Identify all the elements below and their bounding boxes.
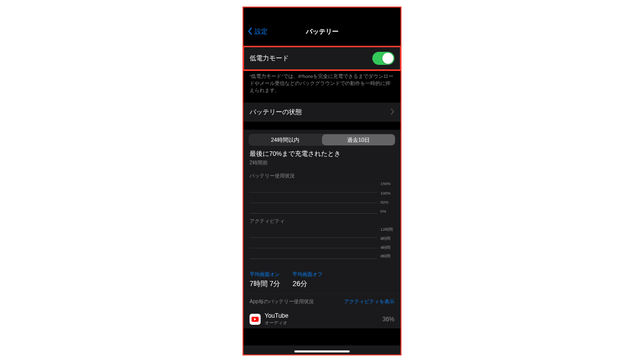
low-power-mode-switch[interactable] xyxy=(372,52,394,65)
per-app-action[interactable]: アクティビティを表示 xyxy=(344,298,394,305)
bottom-fade xyxy=(244,345,400,354)
per-app-header: App毎のバッテリー使用状況 アクティビティを表示 xyxy=(244,294,400,309)
avg-screen-off-value: 26分 xyxy=(292,280,323,289)
last-charge-block: 最後に70%まで充電されたとき 2時間前 xyxy=(244,146,400,169)
status-bar-gap xyxy=(244,8,400,25)
battery-usage-yticks: 150% 100% 50% 0% xyxy=(377,182,394,214)
segment-10d[interactable]: 過去10日 xyxy=(322,134,395,145)
activity-label: アクティビティ xyxy=(250,218,394,225)
phone-frame: 設定 バッテリー 低電力モード "低電力モード"では、iPhoneを完全に充電で… xyxy=(243,7,401,355)
chevron-left-icon xyxy=(248,28,255,36)
nav-back-label: 設定 xyxy=(255,27,268,36)
last-charge-title: 最後に70%まで充電されたとき xyxy=(250,150,394,158)
nav-title: バッテリー xyxy=(306,27,339,36)
app-sub: オーディオ xyxy=(265,320,378,326)
nav-back-button[interactable]: 設定 xyxy=(248,27,268,36)
nav-bar: 設定 バッテリー xyxy=(244,25,400,39)
activity-chart: アクティビティ 12時間 8時間 4時間 0時間 xyxy=(244,215,400,260)
avg-screen-on-label: 平均画面オン xyxy=(250,271,280,278)
segment-24h[interactable]: 24時間以内 xyxy=(249,134,321,146)
app-percent: 36% xyxy=(382,316,394,323)
last-charge-sub: 2時間前 xyxy=(250,159,394,166)
home-indicator xyxy=(294,350,350,352)
battery-usage-chart: バッテリー使用状況 150% 100% 50% 0% xyxy=(244,169,400,215)
battery-health-label: バッテリーの状態 xyxy=(250,108,302,117)
switch-knob xyxy=(382,53,393,64)
app-usage-row[interactable]: YouTube オーディオ 36% xyxy=(244,309,400,328)
time-range-segmented[interactable]: 24時間以内 過去10日 xyxy=(249,134,395,146)
averages-row: 平均画面オン 7時間 7分 平均画面オフ 26分 xyxy=(244,267,400,294)
low-power-mode-label: 低電力モード xyxy=(250,54,289,63)
avg-screen-on-value: 7時間 7分 xyxy=(250,280,280,289)
battery-health-cell[interactable]: バッテリーの状態 xyxy=(244,103,400,122)
low-power-mode-cell[interactable]: 低電力モード xyxy=(244,47,400,70)
youtube-icon xyxy=(250,314,261,325)
low-power-mode-footnote: "低電力モード"では、iPhoneを完全に充電できるまでダウンロードやメール受信… xyxy=(244,70,400,98)
avg-screen-off-label: 平均画面オフ xyxy=(292,271,323,278)
battery-usage-bars xyxy=(250,182,377,214)
segmented-control-wrap: 24時間以内 過去10日 xyxy=(244,130,400,146)
chevron-right-icon xyxy=(390,109,394,116)
app-name: YouTube xyxy=(265,312,378,319)
battery-usage-label: バッテリー使用状況 xyxy=(250,172,394,179)
activity-yticks: 12時間 8時間 4時間 0時間 xyxy=(377,227,394,259)
per-app-title: App毎のバッテリー使用状況 xyxy=(250,298,314,305)
activity-bars xyxy=(250,227,377,259)
